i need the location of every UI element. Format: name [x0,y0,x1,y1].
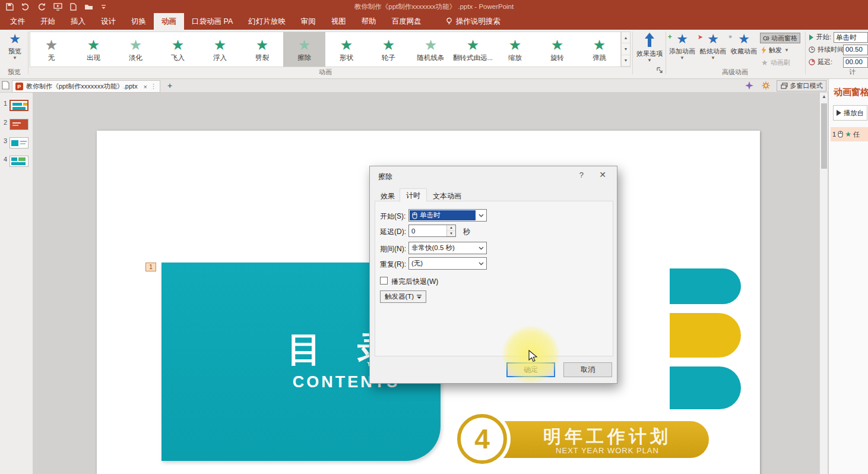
gallery-item-spin[interactable]: ★旋转 [536,32,578,67]
redo-icon[interactable] [38,3,46,11]
vertical-scrollbar[interactable]: ▲ [819,93,828,474]
tab-baidu-netdisk[interactable]: 百度网盘 [384,13,429,30]
gallery-scroll-down-icon[interactable]: ▼ [622,43,630,55]
customize-qat-icon[interactable] [101,3,106,11]
effect-options-button[interactable]: 效果选项 ▼ [634,31,665,63]
gallery-item-wipe-selected[interactable]: ★擦除 [283,32,325,67]
settings-gear-icon[interactable] [762,81,770,91]
gallery-item-appear[interactable]: ★出现 [72,32,115,67]
start-timing-input[interactable]: 单击时 [834,32,868,43]
dialog-tab-text-animation[interactable]: 文本动画 [427,189,467,202]
chevron-down-icon [476,242,486,254]
trigger-button[interactable]: 触发 ▼ [761,46,789,55]
gallery-more-icon[interactable]: ▼ [622,55,630,67]
trigger-expand-button[interactable]: 触发器(T) [380,290,426,303]
animation-painter-button: ★ 动画刷 [761,58,790,67]
gallery-item-wheel[interactable]: ★轮子 [368,32,410,67]
animation-pane-title: 动画窗格 [834,87,868,98]
cool-animation-button[interactable]: ★➤ 酷炫动画 ▼ [698,31,728,61]
tab-home[interactable]: 开始 [33,13,63,30]
start-slideshow-icon[interactable] [53,3,62,11]
new-document-tab-button[interactable]: + [167,81,172,90]
lightbulb-icon [446,17,452,26]
gallery-item-zoom[interactable]: ★缩放 [494,32,536,67]
save-icon[interactable] [6,3,14,11]
animation-star-icon: ★ [129,37,142,53]
dialog-help-icon[interactable]: ? [579,170,584,179]
animation-number-badge[interactable]: 1 [145,263,156,271]
duration-input[interactable]: 00.50 [843,45,868,55]
tab-file[interactable]: 文件 [2,13,33,30]
tab-review[interactable]: 审阅 [293,13,324,30]
gallery-item-flip[interactable]: ★翻转式由远... [452,32,494,67]
tab-animations[interactable]: 动画 [154,13,184,30]
animation-star-icon: ★ [593,37,606,53]
toc-item1-shape[interactable] [670,268,741,304]
gallery-item-split[interactable]: ★劈裂 [241,32,283,67]
delay-clock-icon [809,59,815,65]
delay-spinner[interactable]: 0 ▲▼ [408,225,456,237]
gallery-scroll-up-icon[interactable]: ▲ [622,32,630,43]
item4-number-circle[interactable]: 4 [457,414,507,464]
slide-thumbnail-1[interactable]: 1 [4,100,28,111]
clock-icon [809,46,815,53]
period-dropdown[interactable]: 非常快(0.5 秒) [408,242,487,254]
document-tab-more-icon[interactable]: ⋮ [150,83,157,90]
document-tab[interactable]: P 教你制作《ppt制作xxxxxxx功能》.pptx × ⋮ [12,80,160,93]
gallery-item-float-in[interactable]: ★浮入 [199,32,241,67]
repeat-dropdown[interactable]: (无) [408,257,487,270]
tab-view[interactable]: 视图 [324,13,354,30]
document-tab-title: 教你制作《ppt制作xxxxxxx功能》.pptx [26,82,141,91]
cancel-button[interactable]: 取消 [563,362,612,377]
dialog-tab-effect[interactable]: 效果 [375,189,401,202]
animation-pane-toggle[interactable]: 动画窗格 [760,33,800,43]
toc-item2-shape[interactable] [670,313,741,358]
gallery-scrollbar[interactable]: ▲ ▼ ▼ [621,31,631,67]
preview-button[interactable]: ★ 预览 ▼ [2,31,27,61]
tab-insert[interactable]: 插入 [63,13,93,30]
gallery-item-random-bars[interactable]: ★随机线条 [410,32,452,67]
gallery-item-fade[interactable]: ★淡化 [115,32,157,67]
delay-input[interactable]: 00.00 [843,57,868,68]
chevron-down-icon [476,210,486,221]
tab-slideshow[interactable]: 幻灯片放映 [240,13,293,30]
tab-transitions[interactable]: 切换 [123,13,154,30]
toc-item3-shape[interactable] [670,366,741,409]
gallery-item-shape[interactable]: ★形状 [325,32,368,67]
tell-me-search[interactable]: 操作说明搜索 [446,13,500,30]
undo-icon[interactable] [21,3,30,11]
gallery-item-bounce[interactable]: ★弹跳 [578,32,620,67]
powerpoint-window: 教你制作《ppt制作xxxxxxx功能》 .pptx - PowerPoint … [0,0,868,474]
document-list-icon[interactable] [2,81,9,91]
start-dropdown[interactable]: 单击时 [408,209,487,222]
dialog-timing-panel: 开始(S): 单击时 延迟(D): 0 ▲▼ 秒 期间(N): 非常快(0.5 … [375,201,613,356]
tab-design[interactable]: 设计 [93,13,123,30]
dialog-tab-timing[interactable]: 计时 [400,188,427,202]
slide-thumbnail-3[interactable]: 3 [4,137,28,148]
slide-thumbnail-2[interactable]: 2 [4,119,28,130]
rewind-checkbox[interactable] [380,277,388,285]
gallery-item-fly-in[interactable]: ★飞入 [157,32,199,67]
favorite-animation-button[interactable]: ★● 收藏动画 [729,31,759,56]
spinner-up-icon[interactable]: ▲ [447,225,455,231]
scroll-up-icon[interactable]: ▲ [821,94,827,101]
new-document-icon[interactable] [70,3,77,11]
document-tab-close-icon[interactable]: × [144,83,147,90]
add-animation-button[interactable]: ★+ 添加动画 ▼ [667,31,697,61]
ribbon: ★ 预览 ▼ 预览 ★无 ★出现 ★淡化 ★飞入 ★浮入 ★劈裂 ★擦除 ★形状… [0,30,868,79]
multi-window-mode-button[interactable]: 多窗口模式 [777,80,826,91]
animation-dialog-launcher-icon[interactable] [657,67,663,75]
play-from-button[interactable]: 播放自 [833,105,867,121]
slide-thumbnail-preview [9,100,28,111]
plugin-star-icon[interactable] [745,81,753,91]
slide-thumbnail-4[interactable]: 4 [4,156,28,167]
animation-list-item[interactable]: 1 ★ 任 [831,127,868,141]
tab-help[interactable]: 帮助 [354,13,384,30]
dialog-close-icon[interactable]: ✕ [599,170,606,179]
scrollbar-thumb[interactable] [821,103,827,169]
gallery-item-none[interactable]: ★无 [30,32,72,67]
animation-star-icon: ★ [509,37,522,53]
open-folder-icon[interactable] [84,3,93,11]
spinner-down-icon[interactable]: ▼ [447,231,455,237]
tab-pocket-animation[interactable]: 口袋动画 PA [184,13,240,30]
